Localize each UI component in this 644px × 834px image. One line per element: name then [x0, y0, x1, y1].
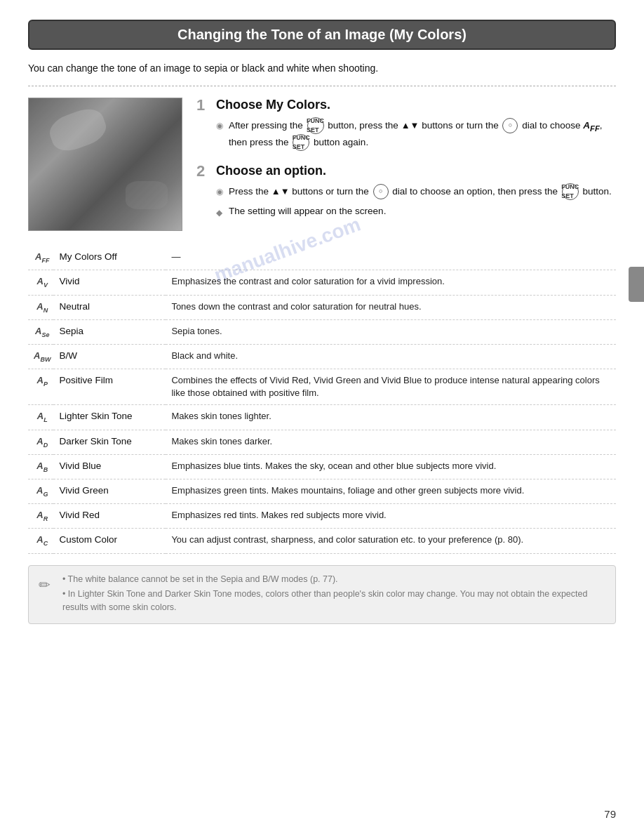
page-number: 79 — [604, 808, 616, 820]
table-row: AL Lighter Skin Tone Makes skin tones li… — [28, 405, 616, 430]
section-divider — [28, 86, 616, 86]
option-name-6: Lighter Skin Tone — [53, 405, 166, 430]
func-set-btn-2: FUNCSET — [293, 134, 309, 151]
bullet-diamond-icon: ◆ — [216, 206, 224, 219]
options-table: AFF My Colors Off — AV Vivid Emphasizes … — [28, 246, 616, 553]
option-icon-4: ABW — [28, 344, 53, 369]
option-icon-1: AV — [28, 270, 53, 295]
table-row: AG Vivid Green Emphasizes green tints. M… — [28, 479, 616, 504]
option-desc-10: Emphasizes red tints. Makes red subjects… — [166, 504, 616, 529]
option-desc-7: Makes skin tones darker. — [166, 430, 616, 454]
func-set-btn-3: FUNCSET — [562, 183, 579, 200]
option-icon-6: AL — [28, 405, 53, 430]
bullet-circle-icon: ◉ — [216, 119, 224, 151]
step-2-bullet-2: ◆ The setting will appear on the screen. — [216, 204, 616, 219]
option-name-4: B/W — [53, 344, 166, 369]
option-name-3: Sepia — [53, 319, 166, 344]
option-name-10: Vivid Red — [53, 504, 166, 529]
option-desc-5: Combines the effects of Vivid Red, Vivid… — [166, 369, 616, 405]
option-icon-7: AD — [28, 430, 53, 454]
option-desc-9: Emphasizes green tints. Makes mountains,… — [166, 479, 616, 504]
option-name-9: Vivid Green — [53, 479, 166, 504]
option-name-8: Vivid Blue — [53, 454, 166, 479]
note-text: • The white balance cannot be set in the… — [62, 573, 605, 616]
note-line-2: • In Lighter Skin Tone and Darker Skin T… — [62, 588, 605, 614]
table-row: AC Custom Color You can adjust contrast,… — [28, 529, 616, 553]
sidebar-thumb — [629, 267, 644, 302]
option-icon-2: AN — [28, 295, 53, 319]
option-desc-6: Makes skin tones lighter. — [166, 405, 616, 430]
option-icon-3: ASe — [28, 319, 53, 344]
option-name-0: My Colors Off — [53, 246, 166, 270]
table-row: AFF My Colors Off — — [28, 246, 616, 270]
option-icon-9: AG — [28, 479, 53, 504]
option-name-7: Darker Skin Tone — [53, 430, 166, 454]
step-1: 1 Choose My Colors. ◉ After pressing the… — [196, 98, 616, 151]
table-row: AV Vivid Emphasizes the contrast and col… — [28, 270, 616, 295]
table-row: AN Neutral Tones down the contrast and c… — [28, 295, 616, 319]
option-desc-0: — — [166, 246, 616, 270]
table-row: AR Vivid Red Emphasizes red tints. Makes… — [28, 504, 616, 529]
camera-image — [28, 98, 182, 231]
steps-content: 1 Choose My Colors. ◉ After pressing the… — [196, 98, 616, 232]
page-title: Changing the Tone of an Image (My Colors… — [28, 20, 616, 50]
option-icon-11: AC — [28, 529, 53, 553]
func-set-btn-1: FUNCSET — [307, 117, 324, 134]
step-2-bullet-1-text: Press the ▲▼ buttons or turn the ○ dial … — [229, 183, 612, 200]
table-row: ABW B/W Black and white. — [28, 344, 616, 369]
arrows-icon-1: ▲▼ — [401, 120, 420, 131]
step-1-bullet-1-text: After pressing the FUNCSET button, press… — [229, 117, 616, 151]
step-2-number: 2 — [196, 164, 210, 179]
step-2-title: Choose an option. — [216, 164, 326, 178]
option-desc-2: Tones down the contrast and color satura… — [166, 295, 616, 319]
off-icon: AFF — [583, 120, 600, 131]
option-name-2: Neutral — [53, 295, 166, 319]
table-row: AB Vivid Blue Emphasizes blue tints. Mak… — [28, 454, 616, 479]
option-desc-1: Emphasizes the contrast and color satura… — [166, 270, 616, 295]
option-name-1: Vivid — [53, 270, 166, 295]
arrows-icon-2: ▲▼ — [271, 186, 290, 197]
dial-icon-2: ○ — [373, 184, 389, 199]
note-box: ✏ • The white balance cannot be set in t… — [28, 565, 616, 624]
step-1-number: 1 — [196, 98, 210, 113]
option-icon-10: AR — [28, 504, 53, 529]
step-2-bullet-1: ◉ Press the ▲▼ buttons or turn the ○ dia… — [216, 183, 616, 200]
option-name-5: Positive Film — [53, 369, 166, 405]
table-row: ASe Sepia Sepia tones. — [28, 319, 616, 344]
step-2: 2 Choose an option. ◉ Press the ▲▼ butto… — [196, 164, 616, 219]
table-row: AP Positive Film Combines the effects of… — [28, 369, 616, 405]
bullet-circle-icon-2: ◉ — [216, 185, 224, 200]
option-icon-5: AP — [28, 369, 53, 405]
steps-section: 1 Choose My Colors. ◉ After pressing the… — [28, 98, 616, 232]
step-2-bullet-2-text: The setting will appear on the screen. — [229, 204, 386, 219]
intro-text: You can change the tone of an image to s… — [28, 61, 616, 76]
option-name-11: Custom Color — [53, 529, 166, 553]
option-icon-0: AFF — [28, 246, 53, 270]
table-row: AD Darker Skin Tone Makes skin tones dar… — [28, 430, 616, 454]
option-desc-11: You can adjust contrast, sharpness, and … — [166, 529, 616, 553]
option-desc-8: Emphasizes blue tints. Makes the sky, oc… — [166, 454, 616, 479]
note-icon: ✏ — [39, 573, 55, 616]
option-icon-8: AB — [28, 454, 53, 479]
dial-icon-1: ○ — [502, 118, 518, 133]
step-1-title: Choose My Colors. — [216, 98, 330, 112]
note-line-1: • The white balance cannot be set in the… — [62, 573, 605, 586]
option-desc-4: Black and white. — [166, 344, 616, 369]
option-desc-3: Sepia tones. — [166, 319, 616, 344]
step-1-bullet-1: ◉ After pressing the FUNCSET button, pre… — [216, 117, 616, 151]
